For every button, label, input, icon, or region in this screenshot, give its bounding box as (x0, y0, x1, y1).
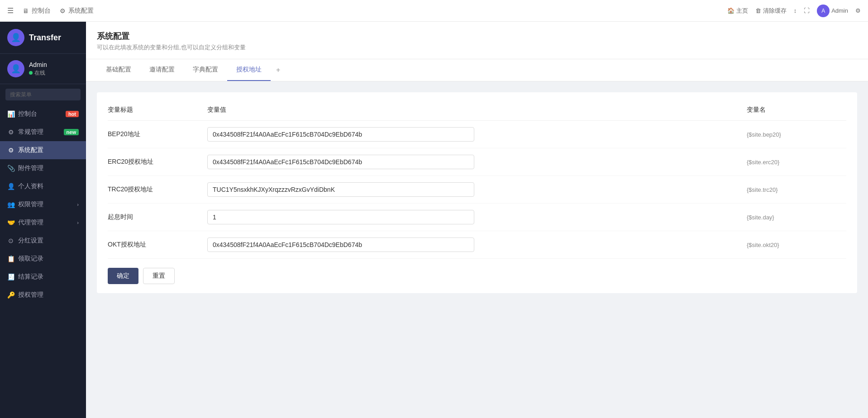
row-label-erc20: ERC20授权地址 (108, 158, 207, 166)
user-info: Admin 在线 (29, 61, 47, 77)
permissions-chevron: › (77, 202, 79, 207)
system-config-label: 系统配置 (18, 146, 43, 154)
content-area: 变量标题 变量值 变量名 BEP20地址 {$site.bep20} ERC20… (86, 81, 868, 304)
sidebar-item-profile[interactable]: 👤 个人资料 (0, 177, 86, 195)
sidebar-logo-avatar: 👤 (7, 29, 24, 46)
row-var-bep20: {$site.bep20} (747, 131, 846, 138)
agents-icon: 🤝 (7, 219, 14, 226)
tab-dictionary[interactable]: 字典配置 (184, 59, 227, 81)
sort-icon: ↕ (794, 7, 797, 14)
attachments-label: 附件管理 (18, 164, 43, 172)
row-var-erc20: {$site.erc20} (747, 159, 846, 166)
home-label: 主页 (736, 7, 748, 15)
row-var-trc20: {$site.trc20} (747, 186, 846, 193)
tab-add[interactable]: + (271, 60, 286, 81)
status-label: 在线 (34, 69, 45, 77)
sidebar-item-dashboard[interactable]: 📊 控制台 hot (0, 105, 86, 123)
admin-name-label: Admin (831, 7, 848, 14)
sidebar-item-agents[interactable]: 🤝 代理管理 › (0, 214, 86, 232)
attachments-icon: 📎 (7, 165, 14, 172)
input-trc20[interactable] (207, 182, 474, 197)
hot-badge: hot (66, 111, 79, 117)
dashboard-label: 控制台 (18, 110, 37, 118)
row-value-day (207, 210, 747, 224)
admin-avatar-small: A (817, 5, 830, 17)
row-value-okt (207, 238, 747, 252)
dividends-label: 分红设置 (18, 237, 43, 245)
input-okt[interactable] (207, 238, 474, 252)
input-bep20[interactable] (207, 127, 474, 142)
sidebar-search-input[interactable] (5, 89, 81, 100)
nav-item-dashboard[interactable]: 🖥 控制台 (23, 7, 51, 15)
sidebar: 👤 Transfer 👤 Admin 在线 📊 控制台 hot ⚙ (0, 22, 86, 418)
dashboard-icon: 📊 (7, 110, 14, 118)
main-layout: 👤 Transfer 👤 Admin 在线 📊 控制台 hot ⚙ (0, 22, 868, 418)
col-header-name: 变量名 (747, 106, 846, 114)
fullscreen-icon: ⛶ (804, 7, 810, 14)
new-badge: new (64, 129, 79, 135)
sidebar-username: Admin (29, 61, 47, 68)
sidebar-item-system-config[interactable]: ⚙ 系统配置 (0, 141, 86, 159)
page-title: 系统配置 (97, 31, 857, 42)
sidebar-item-claims[interactable]: 📋 领取记录 (0, 250, 86, 268)
table-header-row: 变量标题 变量值 变量名 (108, 101, 846, 121)
nav-sort[interactable]: ↕ (794, 7, 797, 14)
nav-clear-cache[interactable]: 🗑 清除缓存 (755, 7, 787, 15)
permissions-icon: 👥 (7, 201, 14, 208)
main-content: 系统配置 可以在此填改系统的变量和分组,也可以自定义分组和变量 基础配置 邀请配… (86, 22, 868, 418)
tabs-container: 基础配置 邀请配置 字典配置 授权地址 + (86, 59, 868, 81)
tab-auth-address[interactable]: 授权地址 (227, 59, 271, 81)
sidebar-item-attachments[interactable]: 📎 附件管理 (0, 159, 86, 177)
nav-item-system-config[interactable]: ⚙ 系统配置 (60, 7, 94, 15)
profile-icon: 👤 (7, 183, 14, 190)
dashboard-nav-label: 控制台 (32, 7, 51, 15)
tab-invite[interactable]: 邀请配置 (140, 59, 184, 81)
settings-icon: ⚙ (855, 7, 861, 14)
trash-icon: 🗑 (755, 7, 761, 14)
input-erc20[interactable] (207, 155, 474, 169)
action-buttons: 确定 重置 (108, 268, 846, 284)
sidebar-item-auth-mgmt[interactable]: 🔑 授权管理 (0, 286, 86, 304)
auth-mgmt-label: 授权管理 (18, 291, 43, 299)
nav-fullscreen[interactable]: ⛶ (804, 7, 810, 14)
table-row: ERC20授权地址 {$site.erc20} (108, 148, 846, 176)
col-header-label: 变量标题 (108, 106, 207, 114)
table-row: 起息时间 {$site.day} (108, 204, 846, 231)
sidebar-item-permissions[interactable]: 👥 权限管理 › (0, 195, 86, 214)
dashboard-nav-icon: 🖥 (23, 7, 29, 14)
tab-basic[interactable]: 基础配置 (97, 59, 140, 81)
agents-label: 代理管理 (18, 218, 43, 227)
row-value-erc20 (207, 155, 747, 169)
row-var-day: {$site.day} (747, 214, 846, 221)
agents-chevron: › (77, 220, 79, 225)
sidebar-header: 👤 Transfer (0, 22, 86, 54)
settlements-icon: 🧾 (7, 273, 14, 280)
page-subtitle: 可以在此填改系统的变量和分组,也可以自定义分组和变量 (97, 43, 857, 52)
nav-admin[interactable]: A Admin (817, 5, 848, 17)
nav-settings[interactable]: ⚙ (855, 7, 861, 14)
status-dot (29, 71, 33, 75)
sidebar-status: 在线 (29, 69, 47, 77)
profile-label: 个人资料 (18, 182, 43, 190)
hamburger-icon[interactable]: ☰ (7, 6, 14, 15)
sidebar-item-dividends[interactable]: ⊙ 分红设置 (0, 232, 86, 250)
sidebar-item-general[interactable]: ⚙ 常规管理 new (0, 123, 86, 141)
system-config-nav-icon: ⚙ (60, 7, 66, 14)
sidebar-item-settlements[interactable]: 🧾 结算记录 (0, 268, 86, 286)
page-header: 系统配置 可以在此填改系统的变量和分组,也可以自定义分组和变量 (86, 22, 868, 59)
row-value-bep20 (207, 127, 747, 142)
top-nav: ☰ 🖥 控制台 ⚙ 系统配置 🏠 主页 🗑 清除缓存 ↕ ⛶ A Admin (0, 0, 868, 22)
col-header-value: 变量值 (207, 106, 747, 114)
system-config-icon: ⚙ (7, 147, 14, 154)
clear-cache-label: 清除缓存 (763, 7, 787, 15)
reset-button[interactable]: 重置 (143, 268, 175, 284)
system-config-nav-label: 系统配置 (68, 7, 94, 15)
nav-home[interactable]: 🏠 主页 (727, 7, 748, 15)
home-icon: 🏠 (727, 7, 734, 14)
confirm-button[interactable]: 确定 (108, 268, 138, 284)
input-day[interactable] (207, 210, 474, 224)
row-label-okt: OKT授权地址 (108, 241, 207, 249)
sidebar-user: 👤 Admin 在线 (0, 54, 86, 84)
permissions-label: 权限管理 (18, 200, 43, 209)
general-label: 常规管理 (18, 128, 43, 136)
